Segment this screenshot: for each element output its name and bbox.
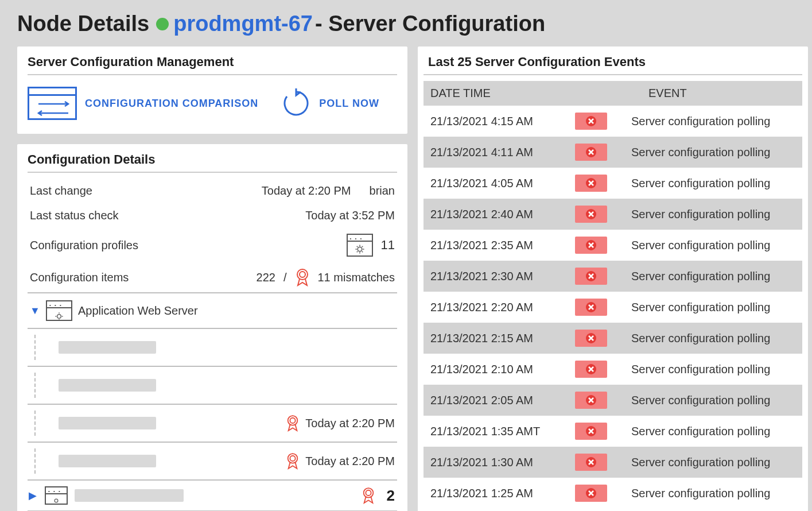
tree-root[interactable]: ▼ • • • Application Web Server xyxy=(28,292,397,328)
ribbon-icon xyxy=(362,487,375,504)
items-row: Configuration items 222 / 11 mismatches xyxy=(28,262,397,292)
ribbon-icon xyxy=(295,268,310,287)
tree-child[interactable] xyxy=(28,366,397,404)
configuration-comparison-button[interactable]: CONFIGURATION COMPARISON xyxy=(28,87,258,120)
ribbon-icon xyxy=(286,415,300,432)
event-datetime: 21/13/2021 2:10 AM xyxy=(430,363,568,376)
error-icon xyxy=(575,361,607,378)
svg-point-11 xyxy=(297,269,308,280)
error-icon xyxy=(575,144,607,161)
event-datetime: 21/13/2021 2:40 AM xyxy=(430,208,568,221)
node-name-text: prodmgmt-67 xyxy=(173,11,313,36)
event-row[interactable]: 21/13/2021 4:05 AMServer configuration p… xyxy=(424,168,802,199)
svg-point-23 xyxy=(364,488,374,498)
management-card: Server Configuration Management CONFIGUR… xyxy=(17,47,407,134)
chevron-down-icon[interactable]: ▼ xyxy=(30,305,40,317)
profile-icon: • • • xyxy=(45,486,68,505)
event-message: Server configuration polling xyxy=(614,456,795,469)
indent-guide xyxy=(34,448,52,474)
profiles-label: Configuration profiles xyxy=(30,239,339,252)
event-message: Server configuration polling xyxy=(614,239,795,252)
error-icon xyxy=(575,268,607,285)
items-label: Configuration items xyxy=(30,271,248,284)
status-dot-icon xyxy=(156,18,169,30)
tree-child[interactable]: Today at 2:20 PM xyxy=(28,404,397,442)
event-datetime: 21/13/2021 2:35 AM xyxy=(430,239,568,252)
event-message: Server configuration polling xyxy=(614,487,795,500)
event-datetime: 21/13/2021 4:15 AM xyxy=(430,115,568,128)
details-card: Configuration Details Last change Today … xyxy=(17,144,407,511)
event-row[interactable]: 21/13/2021 2:30 AMServer configuration p… xyxy=(424,261,802,292)
page-title: Node Details prodmgmt-67 - Server Config… xyxy=(17,11,795,36)
svg-line-7 xyxy=(356,246,358,247)
page-title-suffix: - Server Configuration xyxy=(315,11,545,36)
error-icon xyxy=(575,423,607,440)
event-row[interactable]: 21/13/2021 2:35 AMServer configuration p… xyxy=(424,230,802,261)
compare-icon xyxy=(28,87,77,120)
profile-icon: • • • xyxy=(347,234,373,257)
tree-sibling[interactable]: ▶• • •2 xyxy=(28,479,397,510)
event-row[interactable]: 21/13/2021 1:25 AMServer configuration p… xyxy=(424,478,802,509)
page-title-prefix: Node Details xyxy=(17,11,149,36)
items-total: 222 xyxy=(257,271,275,284)
items-mismatches: 11 mismatches xyxy=(318,271,395,284)
error-icon xyxy=(575,485,607,502)
svg-line-9 xyxy=(356,251,358,253)
tree-child[interactable] xyxy=(28,328,397,366)
svg-point-20 xyxy=(288,454,298,463)
profile-icon: • • • xyxy=(46,300,72,321)
refresh-icon xyxy=(281,88,311,118)
events-card: Last 25 Server Configuration Events DATE… xyxy=(418,47,808,511)
profiles-count: 11 xyxy=(381,238,395,253)
indent-guide xyxy=(34,373,52,398)
svg-point-19 xyxy=(290,418,296,423)
event-row[interactable]: 21/13/2021 2:40 AMServer configuration p… xyxy=(424,199,802,230)
event-row[interactable]: 21/13/2021 2:20 AMServer configuration p… xyxy=(424,292,802,323)
event-row[interactable]: 21/13/2021 4:11 AMServer configuration p… xyxy=(424,137,802,168)
poll-label: POLL NOW xyxy=(319,98,379,110)
svg-point-21 xyxy=(290,456,296,461)
event-datetime: 21/13/2021 1:25 AM xyxy=(430,487,568,500)
poll-now-button[interactable]: POLL NOW xyxy=(281,88,379,118)
event-message: Server configuration polling xyxy=(614,177,795,190)
col-datetime: DATE TIME xyxy=(430,87,603,100)
indent-guide xyxy=(34,411,52,436)
last-change-user: brian xyxy=(370,184,395,198)
event-datetime: 21/13/2021 2:05 AM xyxy=(430,394,568,407)
compare-label: CONFIGURATION COMPARISON xyxy=(85,98,258,110)
profiles-row: Configuration profiles • • • 11 xyxy=(28,228,397,262)
error-icon xyxy=(575,113,607,130)
placeholder xyxy=(59,341,156,354)
last-change-row: Last change Today at 2:20 PM brian xyxy=(28,179,397,203)
node-name[interactable]: prodmgmt-67 xyxy=(156,11,313,36)
error-icon xyxy=(575,392,607,409)
chevron-right-icon[interactable]: ▶ xyxy=(28,489,38,502)
event-message: Server configuration polling xyxy=(614,146,795,159)
event-row[interactable]: 21/13/2021 2:10 AMServer configuration p… xyxy=(424,354,802,385)
svg-point-2 xyxy=(358,247,362,251)
event-row[interactable]: 21/13/2021 4:15 AMServer configuration p… xyxy=(424,106,802,137)
events-title: Last 25 Server Configuration Events xyxy=(424,55,802,75)
tree-child[interactable]: Today at 2:20 PM xyxy=(28,442,397,479)
tree-root-label: Application Web Server xyxy=(78,304,198,318)
event-row[interactable]: 21/13/2021 1:30 AMServer configuration p… xyxy=(424,447,802,478)
svg-line-10 xyxy=(362,246,363,247)
last-status-label: Last status check xyxy=(30,209,297,222)
event-row[interactable]: 21/13/2021 2:15 AMServer configuration p… xyxy=(424,323,802,354)
event-message: Server configuration polling xyxy=(614,394,795,407)
event-message: Server configuration polling xyxy=(614,363,795,376)
tree-child-time: Today at 2:20 PM xyxy=(305,417,395,430)
svg-point-18 xyxy=(288,416,298,425)
event-row[interactable]: 21/13/2021 2:05 AMServer configuration p… xyxy=(424,385,802,416)
event-row[interactable]: 21/13/2021 1:35 AMTServer configuration … xyxy=(424,416,802,447)
event-datetime: 21/13/2021 1:35 AMT xyxy=(430,425,568,438)
event-message: Server configuration polling xyxy=(614,208,795,221)
placeholder xyxy=(59,455,156,467)
tree-child-time: Today at 2:20 PM xyxy=(305,455,395,468)
error-icon xyxy=(575,206,607,223)
event-message: Server configuration polling xyxy=(614,301,795,314)
error-icon xyxy=(575,299,607,316)
event-datetime: 21/13/2021 2:30 AM xyxy=(430,270,568,283)
svg-line-8 xyxy=(362,251,363,253)
event-message: Server configuration polling xyxy=(614,270,795,283)
